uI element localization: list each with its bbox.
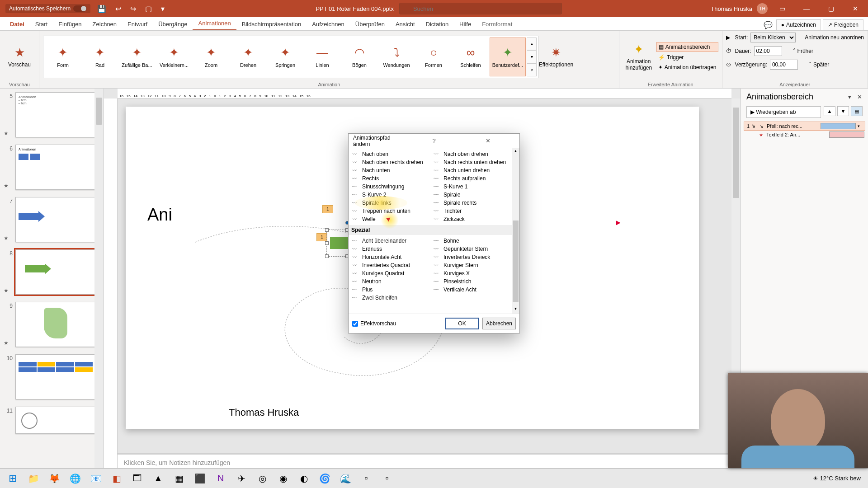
dialog-close-icon[interactable]: ✕ xyxy=(461,137,515,144)
motion-path-option[interactable]: 〰S-Kurve 1 xyxy=(432,183,511,191)
obs-icon[interactable]: ◐ xyxy=(294,469,314,488)
start-select[interactable]: Beim Klicken xyxy=(750,33,796,42)
thumb-preview[interactable]: Animationen• item• item xyxy=(15,92,96,137)
animation-list-item[interactable]: 1 🖱 ↘ Pfeil: nach rec... ▾ xyxy=(744,122,865,131)
animation-painter-button[interactable]: ✦ Animation übertragen xyxy=(656,63,718,72)
gallery-item-custom[interactable]: ✦Benutzerdef... xyxy=(490,38,526,76)
item-menu-icon[interactable]: ▾ xyxy=(858,124,864,128)
thumb-preview[interactable] xyxy=(15,302,96,347)
tab-review[interactable]: Überprüfen xyxy=(350,18,390,30)
gallery-item[interactable]: ✦Zufällige Ba... xyxy=(119,38,155,76)
motion-path-option[interactable]: 〰Trichter xyxy=(432,207,511,215)
move-later-button[interactable]: ˅ Später xyxy=(807,60,831,69)
tab-shapeformat[interactable]: Formformat xyxy=(476,18,518,30)
tab-slideshow[interactable]: Bildschirmpräsentation xyxy=(236,18,307,30)
pane-close-icon[interactable]: ✕ xyxy=(854,94,864,100)
close-icon[interactable]: ✕ xyxy=(845,0,865,17)
preview-button[interactable]: ★ Vorschau xyxy=(4,36,35,78)
weather-widget[interactable]: ☀ 12°C Stark bew xyxy=(813,475,861,482)
tab-view[interactable]: Ansicht xyxy=(390,18,420,30)
animation-indicator-icon[interactable]: ★ xyxy=(4,340,9,346)
firefox-icon[interactable]: 🦊 xyxy=(44,469,64,488)
onenote-icon[interactable]: N xyxy=(211,469,231,488)
gallery-scroll-up[interactable]: ▴ xyxy=(527,38,537,51)
tab-insert[interactable]: Einfügen xyxy=(53,18,87,30)
animation-indicator-icon[interactable]: ★ xyxy=(4,183,9,189)
effect-options-button[interactable]: ✷ Effektoptionen xyxy=(540,36,572,78)
animation-sequence-tag[interactable]: 1 xyxy=(322,205,333,213)
move-earlier-button[interactable]: ˄ Früher xyxy=(791,47,815,56)
app-icon[interactable]: ▫ xyxy=(356,469,376,488)
cancel-button[interactable]: Abbrechen xyxy=(482,318,516,329)
quickaccess-dropdown-icon[interactable]: ▾ xyxy=(159,4,167,14)
timeline-bar[interactable] xyxy=(829,131,864,138)
app-icon[interactable]: 🗔 xyxy=(127,469,147,488)
timeline-bar[interactable] xyxy=(821,123,856,129)
thumb-preview[interactable]: Animationen xyxy=(15,145,96,190)
motion-path-option[interactable]: 〰Welle xyxy=(350,215,430,223)
thumb-preview[interactable] xyxy=(15,354,96,399)
comments-icon[interactable]: 💬 xyxy=(762,20,774,30)
app-icon[interactable]: ▦ xyxy=(169,469,189,488)
slide-thumbnail[interactable]: 6 Animationen ★ xyxy=(5,145,101,190)
tab-transitions[interactable]: Übergänge xyxy=(153,18,193,30)
move-down-button[interactable]: ▼ xyxy=(837,106,849,116)
thumb-preview[interactable] xyxy=(15,197,96,242)
motion-path-option[interactable]: 〰Spirale xyxy=(432,191,511,199)
motion-path-option[interactable]: 〰Spirale rechts xyxy=(432,199,511,207)
motion-path-option[interactable]: 〰Nach oben rechts drehen xyxy=(350,158,430,166)
user-avatar[interactable]: TH xyxy=(757,3,768,14)
add-animation-button[interactable]: ✦ Animation hinzufügen xyxy=(623,36,655,78)
start-slideshow-icon[interactable]: ▢ xyxy=(143,4,154,14)
slide-thumbnail[interactable]: 9 ★ xyxy=(5,302,101,347)
share-button[interactable]: ↗ Freigeben xyxy=(823,19,863,30)
motion-path-option[interactable]: 〰Erdnuss xyxy=(350,245,430,253)
tab-design[interactable]: Entwurf xyxy=(122,18,153,30)
search-input[interactable] xyxy=(399,3,562,14)
tab-animations[interactable]: Animationen xyxy=(193,17,236,30)
motion-path-option[interactable]: 〰Zwei Schleifen xyxy=(350,294,430,302)
tab-draw[interactable]: Zeichnen xyxy=(87,18,122,30)
animation-pane-toggle[interactable]: ▤ Animationsbereich xyxy=(656,42,718,52)
gallery-item[interactable]: ⤵Wendungen xyxy=(378,38,415,76)
gallery-item[interactable]: ○Formen xyxy=(415,38,452,76)
motion-path-option[interactable]: 〰Bohne xyxy=(432,237,511,245)
gallery-item[interactable]: —Linien xyxy=(304,38,340,76)
scroll-up-icon[interactable]: ▴ xyxy=(512,148,519,156)
scroll-down-icon[interactable]: ▾ xyxy=(512,306,519,314)
preview-checkbox[interactable]: Effektvorschau xyxy=(352,320,442,327)
start-menu-icon[interactable]: ⊞ xyxy=(3,469,23,488)
redo-icon[interactable]: ↪ xyxy=(128,4,138,14)
motion-path-option[interactable]: 〰Nach rechts unten drehen xyxy=(432,158,511,166)
record-button[interactable]: ● Aufzeichnen xyxy=(776,19,821,30)
motion-path-option[interactable]: 〰Nach unten xyxy=(350,166,430,174)
slide-thumbnail[interactable]: 11 xyxy=(5,407,101,434)
gallery-item[interactable]: ✦Zoom xyxy=(193,38,229,76)
app-icon[interactable]: 🌀 xyxy=(315,469,335,488)
motion-path-option[interactable]: 〰Nach unten drehen xyxy=(432,166,511,174)
gallery-item[interactable]: ✦Rad xyxy=(82,38,118,76)
author-text[interactable]: Thomas Hruska xyxy=(229,407,299,418)
motion-path-option[interactable]: 〰Rechts aufprallen xyxy=(432,174,511,183)
minimize-icon[interactable]: — xyxy=(797,0,816,17)
play-from-button[interactable]: ▶ Wiedergeben ab xyxy=(746,106,821,118)
app-icon[interactable]: ▫ xyxy=(377,469,397,488)
slide-thumbnail[interactable]: 8 ★ xyxy=(5,249,101,295)
tab-dictation[interactable]: Dictation xyxy=(420,18,454,30)
expand-button[interactable]: ▤ xyxy=(851,106,863,116)
delay-input[interactable] xyxy=(770,60,798,70)
thumbnails-scrollbar[interactable] xyxy=(94,89,104,474)
path-end-marker-icon[interactable]: ▶ xyxy=(616,219,621,226)
dialog-scrollbar[interactable]: ▴ ▾ xyxy=(512,148,519,314)
chrome-icon[interactable]: 🌐 xyxy=(65,469,85,488)
motion-path-option[interactable]: 〰Kurviges Quadrat xyxy=(350,269,430,277)
gallery-item[interactable]: ✦Springen xyxy=(267,38,303,76)
gallery-more[interactable]: ▿ xyxy=(527,63,537,76)
duration-input[interactable] xyxy=(754,46,782,56)
motion-path-option[interactable]: 〰Nach oben drehen xyxy=(432,150,511,158)
edge-icon[interactable]: 🌊 xyxy=(335,469,355,488)
file-explorer-icon[interactable]: 📁 xyxy=(24,469,43,488)
motion-path-option[interactable]: 〰S-Kurve 2 xyxy=(350,191,430,199)
gallery-scroll-down[interactable]: ▾ xyxy=(527,50,537,63)
tab-record[interactable]: Aufzeichnen xyxy=(307,18,350,30)
